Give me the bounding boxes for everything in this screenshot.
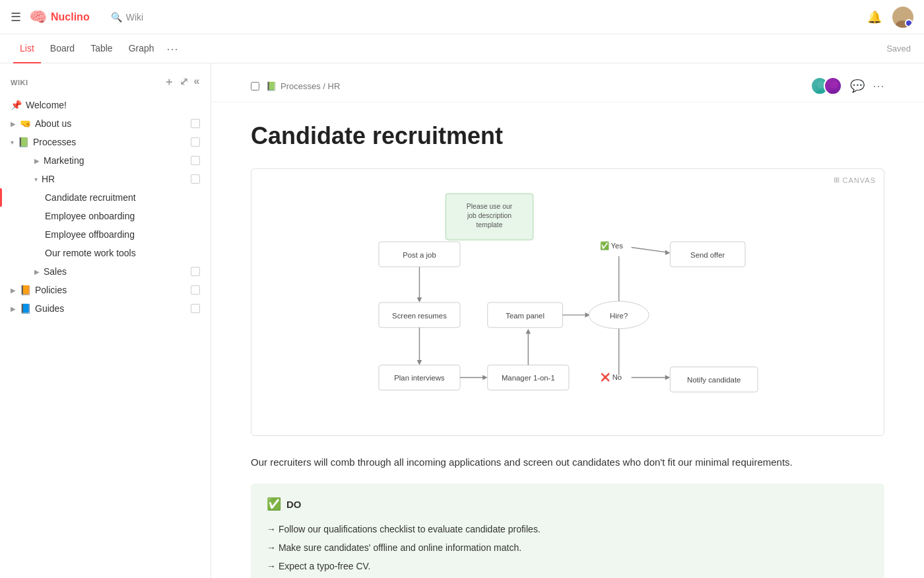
logo[interactable]: 🧠 Nuclino [29, 9, 90, 26]
tab-graph[interactable]: Graph [122, 34, 161, 63]
sidebar-item-processes[interactable]: ▾ 📗 Processes [0, 133, 211, 151]
svg-text:template: template [477, 221, 503, 229]
sidebar-item-welcome[interactable]: 📌 Welcome! [0, 96, 211, 114]
wiki-search[interactable]: 🔍 Wiki [111, 12, 143, 22]
content-avatars [810, 77, 842, 95]
logo-text: Nuclino [51, 11, 90, 23]
tab-board[interactable]: Board [44, 34, 81, 63]
svg-line-34 [632, 248, 668, 253]
sidebar-item-remote-work[interactable]: Our remote work tools [0, 244, 211, 262]
layout: WIKI ＋ ⤢ « 📌 Welcome! ▶ 🤜 About us ▾ 📗 P… [0, 63, 924, 578]
svg-marker-41 [665, 375, 671, 380]
content-header: 📗 Processes / HR 💬 ⋯ [211, 63, 924, 102]
topbar-right: 🔔 [867, 7, 913, 28]
sidebar-item-about-us[interactable]: ▶ 🤜 About us [0, 114, 211, 133]
sidebar-item-label: Employee offboarding [45, 229, 135, 240]
sidebar-title: WIKI [11, 79, 28, 87]
sidebar-item-employee-offboarding[interactable]: Employee offboarding [0, 225, 211, 244]
tab-more-icon[interactable]: ⋯ [166, 42, 178, 56]
sidebar-checkbox[interactable] [191, 137, 200, 147]
do-label: DO [286, 499, 302, 510]
canvas-container: ⊞ CANVAS Please use our job description … [251, 168, 884, 436]
tabbar: List Board Table Graph ⋯ Saved [0, 34, 924, 63]
svg-text:Manager 1-on-1: Manager 1-on-1 [502, 374, 555, 382]
sidebar-checkbox[interactable] [191, 267, 200, 276]
sidebar-item-sales[interactable]: ▶ Sales [0, 262, 211, 281]
collaborator-avatar-2 [824, 77, 842, 95]
sidebar: WIKI ＋ ⤢ « 📌 Welcome! ▶ 🤜 About us ▾ 📗 P… [0, 63, 211, 578]
sidebar-item-label: Employee onboarding [45, 211, 135, 221]
sidebar-item-candidate-recruitment[interactable]: Candidate recruitment [0, 188, 211, 207]
tab-list[interactable]: List [13, 34, 41, 63]
expand-arrow-icon: ▶ [34, 157, 40, 164]
sidebar-checkbox[interactable] [191, 119, 200, 128]
svg-text:Team panel: Team panel [506, 312, 544, 320]
svg-text:job description: job description [467, 212, 512, 219]
notification-icon[interactable]: 🔔 [867, 10, 882, 24]
do-item-2: → Make sure candidates' offline and onli… [267, 539, 869, 558]
expand-arrow-icon: ▾ [11, 139, 14, 146]
content-header-right: 💬 ⋯ [810, 77, 884, 95]
svg-text:Screen resumes: Screen resumes [392, 312, 447, 320]
do-header: ✅ DO [267, 497, 869, 511]
add-item-icon[interactable]: ＋ [164, 75, 175, 89]
svg-point-5 [828, 90, 840, 95]
sidebar-item-label: Guides [35, 303, 64, 314]
sidebar-item-hr[interactable]: ▾ HR [0, 170, 211, 188]
topbar: ☰ 🧠 Nuclino 🔍 Wiki 🔔 [0, 0, 924, 34]
guides-emoji: 📘 [20, 303, 31, 314]
search-icon: 🔍 [111, 12, 122, 22]
sidebar-checkbox[interactable] [191, 285, 200, 295]
sidebar-item-label: Candidate recruitment [45, 192, 136, 203]
sidebar-header-actions: ＋ ⤢ « [164, 75, 200, 89]
canvas-icon: ⊞ [834, 176, 840, 184]
svg-text:Post a job: Post a job [403, 251, 436, 259]
sidebar-item-label: About us [35, 118, 71, 129]
expand-arrow-icon: ▶ [34, 268, 40, 275]
logo-brain-icon: 🧠 [29, 9, 47, 26]
svg-text:Please use our: Please use our [467, 203, 513, 210]
user-avatar[interactable] [892, 7, 913, 28]
expand-arrow-icon: ▶ [11, 305, 16, 312]
sidebar-checkbox[interactable] [191, 156, 200, 165]
svg-point-0 [898, 10, 908, 19]
canvas-label-text: CANVAS [843, 176, 876, 184]
sidebar-item-label: Welcome! [26, 100, 67, 110]
sidebar-checkbox[interactable] [191, 304, 200, 313]
sidebar-checkbox[interactable] [191, 174, 200, 184]
expand-arrow-icon: ▶ [11, 287, 16, 294]
sidebar-item-guides[interactable]: ▶ 📘 Guides [0, 299, 211, 318]
hamburger-icon[interactable]: ☰ [11, 10, 21, 24]
sidebar-item-marketing[interactable]: ▶ Marketing [0, 151, 211, 170]
page-title: Candidate recruitment [251, 122, 884, 150]
breadcrumb-path: Processes / HR [280, 81, 340, 91]
sidebar-item-employee-onboarding[interactable]: Employee onboarding [0, 207, 211, 225]
do-check-icon: ✅ [267, 497, 281, 511]
svg-text:✅ Yes: ✅ Yes [600, 241, 624, 250]
svg-point-4 [830, 81, 838, 89]
expand-sidebar-icon[interactable]: ⤢ [180, 75, 189, 89]
expand-arrow-icon: ▾ [34, 176, 38, 183]
sidebar-item-policies[interactable]: ▶ 📙 Policies [0, 281, 211, 299]
svg-text:Plan interviews: Plan interviews [394, 374, 445, 382]
do-item-3: → Expect a typo-free CV. [267, 558, 869, 576]
pin-icon: 📌 [11, 100, 22, 110]
tab-table[interactable]: Table [84, 34, 119, 63]
comment-icon[interactable]: 💬 [850, 79, 865, 93]
sidebar-item-label: Our remote work tools [45, 248, 136, 258]
breadcrumb: 📗 Processes / HR [251, 81, 340, 91]
about-us-emoji: 🤜 [20, 118, 31, 129]
more-options-icon[interactable]: ⋯ [873, 79, 884, 93]
main-content: 📗 Processes / HR 💬 ⋯ Candidate recruitme… [211, 63, 924, 578]
collapse-sidebar-icon[interactable]: « [194, 75, 200, 89]
breadcrumb-folder-icon: 📗 [266, 81, 277, 91]
breadcrumb-checkbox[interactable] [251, 82, 259, 90]
sidebar-item-label: HR [42, 174, 55, 184]
svg-marker-17 [417, 360, 422, 365]
do-item-1: → Follow our qualifications checklist to… [267, 521, 869, 539]
expand-arrow-icon: ▶ [11, 120, 16, 127]
topbar-left: ☰ 🧠 Nuclino 🔍 Wiki [11, 9, 143, 26]
search-label: Wiki [126, 12, 143, 22]
do-block: ✅ DO → Follow our qualifications checkli… [251, 484, 884, 578]
canvas-label: ⊞ CANVAS [834, 176, 876, 184]
